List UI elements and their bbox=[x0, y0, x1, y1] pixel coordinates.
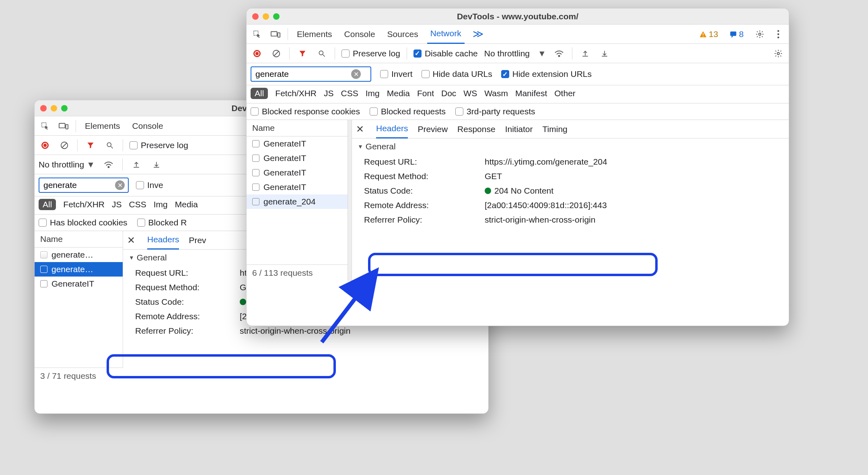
minimize-dot[interactable] bbox=[263, 13, 269, 20]
invert-checkbox[interactable]: Inve bbox=[136, 180, 163, 190]
chip-media[interactable]: Media bbox=[387, 89, 410, 98]
kebab-icon[interactable] bbox=[772, 28, 785, 41]
blocked-requests-checkbox[interactable]: Blocked requests bbox=[370, 107, 446, 116]
list-item[interactable]: generate… bbox=[35, 262, 123, 277]
zoom-dot[interactable] bbox=[61, 105, 68, 112]
preserve-log-checkbox[interactable]: Preserve log bbox=[130, 140, 188, 150]
request-count-footer: 3 / 71 requests bbox=[35, 368, 123, 384]
chip-all[interactable]: All bbox=[251, 88, 268, 99]
close-icon[interactable]: ✕ bbox=[356, 124, 364, 135]
clear-icon[interactable] bbox=[270, 47, 283, 60]
chip-css[interactable]: CSS bbox=[129, 200, 146, 209]
chip-doc[interactable]: Doc bbox=[441, 89, 456, 98]
chip-js[interactable]: JS bbox=[112, 200, 122, 209]
list-item[interactable]: generate_204 bbox=[247, 194, 348, 209]
device-icon[interactable] bbox=[57, 120, 70, 132]
invert-checkbox[interactable]: Invert bbox=[380, 69, 413, 79]
general-section[interactable]: ▼General bbox=[352, 138, 789, 155]
disable-cache-checkbox[interactable]: Disable cache bbox=[413, 49, 478, 58]
chip-img[interactable]: Img bbox=[154, 200, 168, 209]
tab-headers[interactable]: Headers bbox=[147, 231, 179, 250]
throttling-select[interactable]: No throttling▼ bbox=[39, 160, 95, 169]
filter-icon[interactable] bbox=[84, 139, 97, 152]
gear-icon[interactable] bbox=[772, 47, 785, 60]
scrollbar[interactable] bbox=[348, 120, 352, 281]
filter-input[interactable]: ✕ bbox=[251, 66, 371, 82]
blocked-response-cookies-checkbox[interactable]: Blocked response cookies bbox=[251, 107, 360, 116]
list-item[interactable]: generate… bbox=[35, 248, 123, 262]
titlebar[interactable]: DevTools - www.youtube.com/ bbox=[247, 8, 789, 25]
tab-elements[interactable]: Elements bbox=[294, 25, 335, 44]
clear-filter-icon[interactable]: ✕ bbox=[115, 180, 125, 190]
chip-ws[interactable]: WS bbox=[463, 89, 477, 98]
throttling-select[interactable]: No throttling▼ bbox=[484, 49, 546, 58]
clear-icon[interactable] bbox=[58, 139, 71, 152]
tab-sources[interactable]: Sources bbox=[384, 25, 422, 44]
more-tabs-icon[interactable]: ≫ bbox=[473, 28, 483, 40]
name-column-header[interactable]: Name bbox=[35, 231, 123, 248]
svg-line-4 bbox=[62, 143, 67, 147]
list-item[interactable]: GenerateIT bbox=[247, 136, 348, 151]
tab-headers[interactable]: Headers bbox=[376, 120, 408, 138]
wifi-icon[interactable] bbox=[553, 47, 566, 60]
close-icon[interactable]: ✕ bbox=[127, 235, 135, 246]
messages-badge[interactable]: 8 bbox=[729, 29, 744, 39]
device-icon[interactable] bbox=[269, 28, 282, 41]
filter-text-input[interactable] bbox=[255, 69, 351, 79]
record-button[interactable] bbox=[39, 139, 51, 152]
inspect-icon[interactable] bbox=[251, 28, 263, 41]
svg-rect-12 bbox=[703, 36, 703, 37]
list-item[interactable]: GenerateIT bbox=[247, 151, 348, 165]
wifi-icon[interactable] bbox=[102, 158, 115, 171]
tab-preview[interactable]: Prev bbox=[189, 231, 206, 250]
zoom-dot[interactable] bbox=[273, 13, 280, 20]
header-row: Remote Address:[2a00:1450:4009:81d::2016… bbox=[352, 198, 789, 213]
tab-timing[interactable]: Timing bbox=[543, 120, 568, 138]
inspect-icon[interactable] bbox=[39, 120, 51, 132]
list-item[interactable]: GenerateIT bbox=[247, 165, 348, 180]
chip-other[interactable]: Other bbox=[554, 89, 576, 98]
tab-initiator[interactable]: Initiator bbox=[505, 120, 533, 138]
download-icon[interactable] bbox=[598, 47, 611, 60]
tab-console[interactable]: Console bbox=[341, 25, 378, 44]
chip-img[interactable]: Img bbox=[366, 89, 380, 98]
filter-text-input[interactable] bbox=[43, 180, 115, 190]
close-dot[interactable] bbox=[252, 13, 259, 20]
download-icon[interactable] bbox=[150, 158, 163, 171]
chip-all[interactable]: All bbox=[39, 199, 56, 210]
search-icon[interactable] bbox=[315, 47, 328, 60]
gear-icon[interactable] bbox=[753, 28, 766, 41]
tab-network[interactable]: Network bbox=[427, 25, 465, 44]
blocked-checkbox[interactable]: Blocked R bbox=[137, 218, 187, 227]
tab-elements[interactable]: Elements bbox=[82, 116, 123, 136]
chip-fetchxhr[interactable]: Fetch/XHR bbox=[275, 89, 317, 98]
chip-css[interactable]: CSS bbox=[341, 89, 358, 98]
tab-response[interactable]: Response bbox=[457, 120, 496, 138]
hide-extension-urls-checkbox[interactable]: Hide extension URLs bbox=[501, 69, 592, 79]
chip-manifest[interactable]: Manifest bbox=[515, 89, 547, 98]
chip-media[interactable]: Media bbox=[175, 200, 198, 209]
close-dot[interactable] bbox=[40, 105, 47, 112]
chip-fetch[interactable]: Fetch/XHR bbox=[63, 200, 105, 209]
filter-input[interactable]: ✕ bbox=[39, 178, 129, 193]
warning-badge[interactable]: 13 bbox=[699, 29, 718, 39]
chip-font[interactable]: Font bbox=[417, 89, 434, 98]
filter-icon[interactable] bbox=[296, 47, 309, 60]
chip-js[interactable]: JS bbox=[324, 89, 334, 98]
minimize-dot[interactable] bbox=[51, 105, 57, 112]
tab-preview[interactable]: Preview bbox=[418, 120, 448, 138]
list-item[interactable]: GenerateIT bbox=[35, 277, 123, 291]
upload-icon[interactable] bbox=[579, 47, 592, 60]
record-button[interactable] bbox=[251, 47, 263, 60]
search-icon[interactable] bbox=[103, 139, 116, 152]
upload-icon[interactable] bbox=[130, 158, 143, 171]
chip-wasm[interactable]: Wasm bbox=[484, 89, 508, 98]
preserve-log-checkbox[interactable]: Preserve log bbox=[341, 49, 400, 58]
clear-filter-icon[interactable]: ✕ bbox=[351, 69, 361, 79]
hide-data-urls-checkbox[interactable]: Hide data URLs bbox=[422, 69, 492, 79]
tab-console[interactable]: Console bbox=[129, 116, 167, 136]
list-item[interactable]: GenerateIT bbox=[247, 180, 348, 194]
name-column-header[interactable]: Name bbox=[247, 120, 348, 136]
has-blocked-cookies-checkbox[interactable]: Has blocked cookies bbox=[39, 218, 128, 227]
third-party-checkbox[interactable]: 3rd-party requests bbox=[455, 107, 535, 116]
